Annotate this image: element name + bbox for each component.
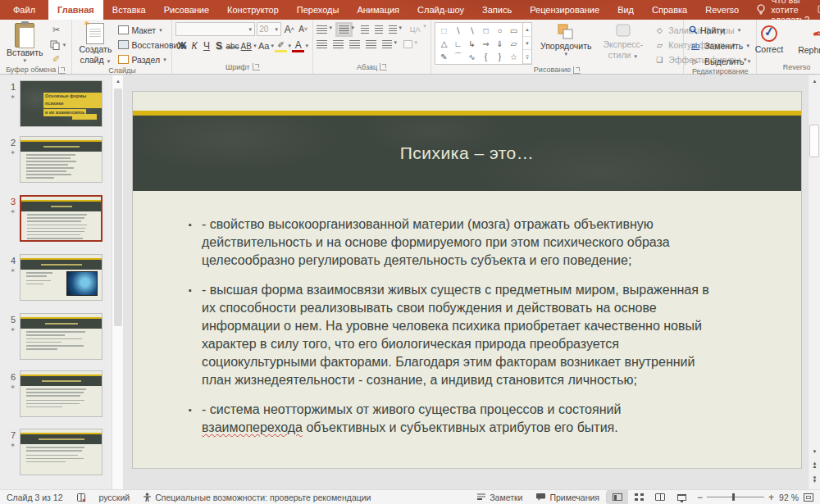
slide-thumbnail-3-selected[interactable] <box>20 195 102 242</box>
text-shadow-button[interactable]: S <box>212 39 225 52</box>
select-button[interactable]: ▷ Выделить▼ <box>687 55 753 67</box>
tab-transitions[interactable]: Переходы <box>288 0 348 20</box>
strikethrough-button[interactable]: abc <box>225 39 239 52</box>
decrease-indent-button[interactable] <box>361 25 369 34</box>
font-color-button[interactable]: А <box>292 39 304 52</box>
bullets-button[interactable]: ▼ <box>317 25 333 34</box>
quick-styles-button[interactable]: Экспресс- стили ▼ <box>599 22 646 61</box>
left-brace-shape-icon[interactable]: { <box>479 50 493 63</box>
shapes-scroll-down[interactable]: ▼ <box>523 37 531 51</box>
reverso-rephraser-button[interactable]: ✒ Rephraser <box>795 25 820 57</box>
zoom-thumb[interactable] <box>732 493 735 501</box>
numbering-button[interactable]: ▼ <box>339 25 355 34</box>
drawing-dialog-launcher[interactable] <box>573 66 581 74</box>
arc-shape-icon[interactable]: ⌒ <box>451 50 465 63</box>
select-shape-icon[interactable]: ⬚ <box>437 24 451 37</box>
comments-toggle-button[interactable]: Примечания <box>529 490 606 504</box>
slide-thumbnail-2[interactable] <box>20 136 102 183</box>
normal-view-button[interactable] <box>607 490 628 504</box>
rounded-rectangle-shape-icon[interactable]: ▭ <box>507 24 521 37</box>
slide-body-placeholder[interactable]: - свойство высокоорганизованной материи … <box>133 191 801 437</box>
columns-button[interactable]: ▼ <box>382 40 398 48</box>
arrow-line-shape-icon[interactable]: ∖ <box>465 24 479 37</box>
spellcheck-button[interactable] <box>70 490 93 504</box>
slide-counter[interactable]: Слайд 3 из 12 <box>0 490 70 504</box>
slide-bullet-1[interactable]: - свойство высокоорганизованной материи … <box>189 216 719 270</box>
line-shape-icon[interactable]: ∖ <box>451 24 465 37</box>
scroll-up-arrow-icon[interactable]: ▲ <box>112 75 124 87</box>
zoom-slider[interactable]: − + <box>692 492 779 503</box>
slide-sorter-view-button[interactable] <box>628 490 649 504</box>
elbow-connector-icon[interactable]: ∟ <box>451 37 465 50</box>
main-vertical-scrollbar[interactable]: ▲ ▼ ▲▲ ▼▼ <box>808 75 820 489</box>
character-spacing-button[interactable]: АВ <box>240 39 253 52</box>
slide-thumbnail-4[interactable] <box>20 254 102 301</box>
notes-toggle-button[interactable]: Заметки <box>470 490 529 504</box>
fit-slide-to-window-button[interactable] <box>804 493 813 502</box>
font-dialog-launcher[interactable] <box>253 63 260 70</box>
font-size-combobox[interactable]: 20▼ <box>257 22 281 36</box>
tab-animations[interactable]: Анимация <box>348 0 408 20</box>
zoom-in-button[interactable]: + <box>768 492 774 503</box>
shapes-more-button[interactable]: ⊽ <box>523 50 531 64</box>
slideshow-view-button[interactable] <box>671 490 692 504</box>
elbow-arrow-connector-icon[interactable]: ↳ <box>465 37 479 50</box>
current-slide[interactable]: Психика – это… - свойство высокоорганизо… <box>133 92 801 468</box>
shapes-gallery[interactable]: ⬚ ∖ ∖ □ ○ ▭ △ ∟ ↳ ⇒ ⇓ ▱ ✎ ⌒ ∿ { } <box>435 22 523 65</box>
slide-title-placeholder[interactable]: Психика – это… <box>133 116 801 191</box>
misspelled-word[interactable]: взаимоперехода <box>202 420 303 434</box>
slide-bullet-3[interactable]: - система неотторжимых от живого существ… <box>189 401 719 437</box>
highlight-color-button[interactable]: ✐ <box>275 39 287 52</box>
slide-bullet-2[interactable]: - высшая форма взаимосвязи живых существ… <box>189 281 719 389</box>
tab-reverso[interactable]: Reverso <box>696 0 748 20</box>
convert-smartart-button[interactable]: ▼ <box>403 40 418 48</box>
thumbnail-scrollbar-thumb[interactable] <box>114 89 122 326</box>
scroll-up-arrow-icon[interactable]: ▲ <box>809 75 820 87</box>
replace-button[interactable]: ab Заменить▼ <box>687 39 753 52</box>
tab-review[interactable]: Рецензирование <box>521 0 608 20</box>
star-shape-icon[interactable]: ☆ <box>507 50 521 63</box>
down-arrow-shape-icon[interactable]: ⇓ <box>493 37 507 50</box>
triangle-shape-icon[interactable]: △ <box>437 37 451 50</box>
next-slide-button[interactable]: ▼▼ <box>809 474 820 485</box>
text-direction-button[interactable]: ЦА▼ <box>408 24 427 35</box>
tab-view[interactable]: Вид <box>608 0 643 20</box>
line-spacing-button[interactable]: ▼ <box>389 25 403 34</box>
arrange-button[interactable]: Упорядочить ▼ <box>537 22 594 59</box>
slide-thumbnail-6[interactable] <box>20 370 102 417</box>
reading-view-button[interactable] <box>649 490 671 504</box>
tab-record[interactable]: Запись <box>473 0 521 20</box>
main-scrollbar-thumb[interactable] <box>809 125 819 157</box>
copy-button[interactable]: ▼ <box>48 39 69 51</box>
right-arrow-shape-icon[interactable]: ⇒ <box>479 37 493 50</box>
tab-slideshow[interactable]: Слайд-шоу <box>408 0 473 20</box>
accessibility-checker[interactable]: Специальные возможности: проверьте реком… <box>136 490 377 504</box>
shrink-font-button[interactable]: А˅ <box>297 23 309 36</box>
cut-button[interactable]: ✂ <box>48 24 69 36</box>
font-name-combobox[interactable]: ▼ <box>175 22 255 36</box>
tab-draw[interactable]: Рисование <box>155 0 218 20</box>
rectangle-shape-icon[interactable]: □ <box>479 24 493 37</box>
grow-font-button[interactable]: А˄ <box>283 23 295 36</box>
find-button[interactable]: Найти <box>687 24 753 36</box>
right-brace-shape-icon[interactable]: } <box>493 50 507 63</box>
format-painter-button[interactable]: ✐ <box>48 53 69 66</box>
ellipse-shape-icon[interactable]: ○ <box>493 24 507 37</box>
thumbnail-scrollbar[interactable]: ▲ <box>112 75 123 489</box>
increase-indent-button[interactable] <box>375 25 383 34</box>
tell-me-search[interactable]: Что вы хотите сделать? <box>748 0 818 20</box>
freeform-shape-icon[interactable]: ✎ <box>437 50 451 63</box>
tab-design[interactable]: Конструктор <box>218 0 288 20</box>
zoom-level[interactable]: 92 % <box>779 493 802 502</box>
change-case-button[interactable]: Aa <box>257 39 270 52</box>
italic-button[interactable]: К <box>188 39 200 52</box>
justify-button[interactable] <box>366 40 376 48</box>
zoom-track[interactable] <box>707 497 764 497</box>
slide-thumbnail-1[interactable]: Основные формы психики и их взаимосвязь <box>20 80 102 127</box>
slide-title[interactable]: Психика – это… <box>400 143 535 163</box>
tab-home[interactable]: Главная <box>48 0 103 20</box>
align-left-button[interactable] <box>317 40 327 48</box>
paste-button[interactable]: Вставить ▼ <box>3 22 47 66</box>
align-center-button[interactable] <box>333 40 344 48</box>
slide-thumbnail-7[interactable] <box>20 429 102 475</box>
